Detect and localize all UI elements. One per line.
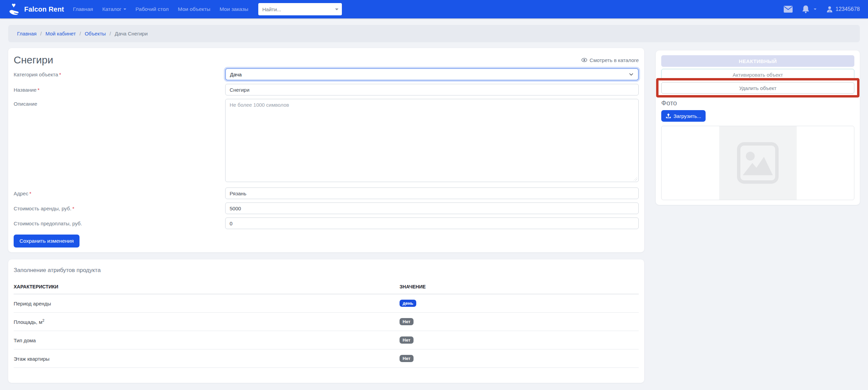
table-row: Период аренды день — [14, 294, 639, 313]
upload-photo-button[interactable]: Загрузить... — [661, 110, 706, 122]
field-label-name: Название* — [14, 87, 225, 93]
attributes-table: ХАРАКТЕРИСТИКИ ЗНАЧЕНИЕ Период аренды де… — [14, 280, 639, 368]
breadcrumb-separator: / — [40, 31, 42, 36]
attribute-name: Период аренды — [14, 294, 400, 313]
category-select-value: Дача — [230, 72, 242, 77]
prepay-price-input[interactable] — [225, 217, 639, 229]
breadcrumb: Главная / Мой кабинет / Объекты / Дача С… — [8, 25, 860, 42]
upload-icon — [666, 113, 671, 119]
breadcrumb-current: Дача Снегири — [115, 31, 148, 36]
nav-item-catalog[interactable]: Каталог — [102, 6, 126, 12]
rent-price-input[interactable] — [225, 202, 639, 214]
description-textarea[interactable] — [225, 99, 639, 182]
navbar-right-cluster: 12345678 — [784, 5, 860, 13]
required-mark: * — [59, 72, 61, 77]
attributes-card: Заполнение атрибутов продукта ХАРАКТЕРИС… — [8, 259, 644, 383]
breadcrumb-link-objects[interactable]: Объекты — [85, 31, 106, 36]
upload-button-label: Загрузить... — [674, 113, 701, 119]
notifications-button[interactable] — [802, 5, 816, 13]
photo-placeholder — [661, 126, 854, 200]
object-status-panel: НЕАКТИВНЫЙ Активировать объект Удалить о… — [656, 50, 860, 205]
brand-logo[interactable]: ♥ Falcon Rent — [8, 3, 64, 16]
breadcrumb-link-home[interactable]: Главная — [17, 31, 37, 36]
activate-object-button[interactable]: Активировать объект — [661, 69, 854, 80]
eye-icon — [581, 58, 587, 62]
nav-item-my-objects[interactable]: Мои объекты — [178, 6, 210, 12]
nav-item-desktop[interactable]: Рабочий стол — [135, 6, 169, 12]
nav-item-home[interactable]: Главная — [73, 6, 93, 12]
address-input[interactable] — [225, 188, 639, 199]
breadcrumb-separator: / — [79, 31, 81, 36]
attribute-name: Тип дома — [14, 331, 400, 349]
image-placeholder-icon — [736, 141, 780, 185]
breadcrumb-link-cabinet[interactable]: Мой кабинет — [45, 31, 76, 36]
chevron-down-icon — [124, 9, 126, 10]
field-label-rent-price: Стоимость аренды, руб.* — [14, 206, 225, 211]
attribute-value-badge[interactable]: Нет — [400, 336, 414, 344]
chevron-down-icon — [335, 9, 338, 10]
global-search[interactable] — [258, 3, 342, 15]
user-id-label: 12345678 — [836, 6, 860, 12]
table-row: Тип дома Нет — [14, 331, 639, 349]
chevron-down-icon — [629, 73, 633, 76]
view-in-catalog-label: Смотреть в каталоге — [590, 57, 639, 63]
user-icon — [826, 6, 833, 13]
view-in-catalog-link[interactable]: Смотреть в каталоге — [581, 57, 639, 63]
bell-icon — [802, 5, 809, 13]
object-edit-card: Снегири Смотреть в каталоге Категория об… — [8, 48, 644, 252]
page-title: Снегири — [14, 54, 53, 66]
delete-object-button[interactable]: Удалить объект — [661, 82, 854, 94]
field-label-category: Категория объекта* — [14, 72, 225, 77]
table-row: Площадь, м2 Нет — [14, 313, 639, 331]
column-header-value: ЗНАЧЕНИЕ — [400, 280, 639, 294]
brand-name: Falcon Rent — [24, 5, 64, 13]
falcon-rent-logo-icon: ♥ — [8, 3, 21, 16]
envelope-icon — [784, 6, 793, 13]
status-badge: НЕАКТИВНЫЙ — [661, 55, 854, 67]
field-label-address: Адрес* — [14, 191, 225, 196]
top-navbar: ♥ Falcon Rent Главная Каталог Рабочий ст… — [0, 0, 868, 18]
required-mark: * — [29, 191, 31, 196]
messages-button[interactable] — [784, 6, 793, 13]
attribute-value-badge[interactable]: Нет — [400, 355, 414, 362]
attributes-title: Заполнение атрибутов продукта — [14, 267, 639, 274]
attribute-value-badge[interactable]: день — [400, 300, 416, 307]
chevron-down-icon — [814, 9, 816, 10]
nav-item-my-orders[interactable]: Мои заказы — [220, 6, 248, 12]
attribute-name: Площадь, м2 — [14, 313, 400, 331]
photo-section-title: Фото — [661, 99, 854, 107]
user-menu[interactable]: 12345678 — [826, 6, 860, 13]
required-mark: * — [72, 206, 74, 211]
field-label-description: Описание — [14, 99, 225, 107]
category-select[interactable]: Дача — [225, 68, 639, 80]
name-input[interactable] — [225, 84, 639, 95]
required-mark: * — [38, 87, 40, 93]
search-input[interactable] — [262, 6, 335, 12]
column-header-characteristics: ХАРАКТЕРИСТИКИ — [14, 280, 400, 294]
main-nav: Главная Каталог Рабочий стол Мои объекты… — [73, 6, 258, 12]
attribute-value-badge[interactable]: Нет — [400, 318, 414, 325]
attribute-name: Этаж квартиры — [14, 349, 400, 368]
save-button[interactable]: Сохранить изменения — [14, 235, 79, 247]
breadcrumb-separator: / — [110, 31, 111, 36]
table-row: Этаж квартиры Нет — [14, 349, 639, 368]
field-label-prepay-price: Стоимость предоплаты, руб. — [14, 221, 225, 226]
nav-item-catalog-label: Каталог — [102, 6, 121, 12]
